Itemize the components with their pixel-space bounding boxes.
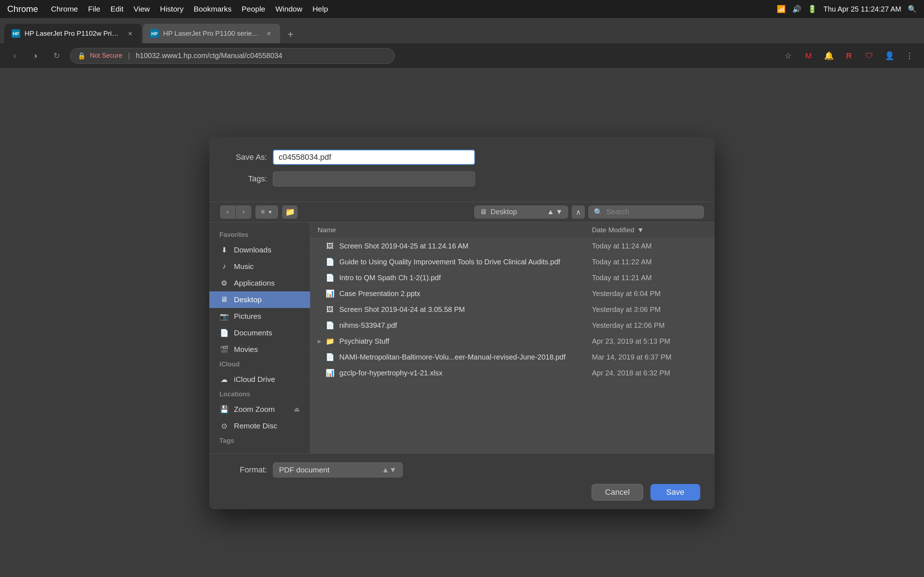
- tags-field: Tags:: [224, 171, 700, 187]
- search-box[interactable]: 🔍 Search: [588, 206, 704, 219]
- tab-1[interactable]: HP HP LaserJet Pro P1102w Print... ✕: [4, 24, 142, 43]
- menubar-edit[interactable]: Edit: [110, 5, 123, 13]
- sidebar-item-movies[interactable]: 🎬 Movies: [209, 341, 310, 358]
- music-icon: ♪: [220, 262, 229, 271]
- file-list-container: Name Date Modified ▼ 🖼 Screen Shot 2019-…: [310, 222, 715, 453]
- applications-icon: ⚙: [220, 279, 229, 288]
- file-row[interactable]: 📄 Intro to QM Spath Ch 1-2(1).pdf Today …: [310, 270, 715, 286]
- sidebar-item-pictures[interactable]: 📷 Pictures: [209, 308, 310, 324]
- remote-disc-icon: ⊙: [220, 421, 229, 430]
- menubar-help[interactable]: Help: [313, 5, 328, 13]
- file-name: nihms-533947.pdf: [339, 321, 397, 330]
- column-name[interactable]: Name: [318, 226, 592, 234]
- file-icon: 📊: [325, 368, 335, 378]
- view-chevron: ▼: [268, 209, 273, 215]
- file-row[interactable]: 📄 NAMI-Metropolitan-Baltimore-Volu...eer…: [310, 350, 715, 365]
- file-date: Today at 11:21 AM: [592, 274, 708, 282]
- extension-3[interactable]: 🛡: [862, 49, 876, 63]
- profile-button[interactable]: 👤: [882, 49, 897, 63]
- sidebar-item-zoom-zoom[interactable]: 💾 Zoom Zoom ⏏: [209, 401, 310, 417]
- nav-group: ‹ ›: [220, 206, 251, 219]
- tags-input[interactable]: [273, 171, 475, 187]
- file-row-folder[interactable]: ▶ 📁 Psychiatry Stuff Apr 23, 2019 at 5:1…: [310, 334, 715, 350]
- toolbar-right: ☆ M 🔔 R 🛡 👤 ⋮: [781, 49, 917, 63]
- sidebar-section-icloud: iCloud: [209, 358, 310, 371]
- sidebar-item-music[interactable]: ♪ Music: [209, 258, 310, 275]
- back-button[interactable]: ‹: [7, 48, 23, 63]
- file-name: Case Presentation 2.pptx: [339, 290, 420, 298]
- nav-back-button[interactable]: ‹: [220, 206, 235, 219]
- tab-1-close[interactable]: ✕: [126, 29, 134, 38]
- tab-2-close[interactable]: ✕: [264, 29, 273, 38]
- file-row[interactable]: 📊 gzclp-for-hypertrophy-v1-21.xlsx Apr 2…: [310, 365, 715, 381]
- save-as-label: Save As:: [224, 153, 267, 162]
- file-row[interactable]: 🖼 Screen Shot 2019-04-25 at 11.24.16 AM …: [310, 239, 715, 254]
- tab-bar: HP HP LaserJet Pro P1102w Print... ✕ HP …: [0, 18, 924, 43]
- menu-button[interactable]: ⋮: [902, 49, 917, 63]
- apple-menu[interactable]: Chrome: [7, 4, 38, 14]
- sidebar-section-tags: Tags: [209, 434, 310, 448]
- save-as-input[interactable]: [273, 150, 475, 165]
- sidebar-pictures-label: Pictures: [234, 312, 261, 321]
- dialog-toolbar: ‹ › ≡ ▼ 📁 🖥 Desktop ▲▼: [209, 201, 715, 222]
- new-tab-button[interactable]: +: [281, 25, 300, 43]
- navigate-up-button[interactable]: ∧: [572, 206, 585, 219]
- bookmark-button[interactable]: ☆: [781, 49, 795, 63]
- extension-1[interactable]: 🔔: [822, 49, 836, 63]
- file-row[interactable]: 📄 nihms-533947.pdf Yesterday at 12:06 PM: [310, 318, 715, 334]
- menubar-chrome[interactable]: Chrome: [51, 5, 78, 13]
- sidebar-item-downloads[interactable]: ⬇ Downloads: [209, 242, 310, 258]
- desktop-icon: 🖥: [220, 295, 229, 305]
- menubar-file[interactable]: File: [88, 5, 100, 13]
- address-bar: ‹ › ↻ 🔒 Not Secure | h10032.www1.hp.com/…: [0, 43, 924, 69]
- search-icon[interactable]: 🔍: [908, 5, 917, 13]
- tags-label: Tags:: [224, 174, 267, 184]
- menubar-history[interactable]: History: [160, 5, 183, 13]
- format-select[interactable]: PDF document ▲▼: [273, 462, 403, 477]
- security-label: Not Secure: [90, 52, 122, 60]
- forward-button[interactable]: ›: [28, 48, 43, 63]
- file-name: NAMI-Metropolitan-Baltimore-Volu...eer-M…: [339, 353, 565, 361]
- menubar-window[interactable]: Window: [275, 5, 302, 13]
- security-icon: 🔒: [78, 52, 86, 60]
- tab-2[interactable]: HP HP LaserJet Pro P1100 series C... ✕: [143, 24, 280, 43]
- menubar-right-icons: 📶 🔊 🔋 Thu Apr 25 11:24:27 AM 🔍: [777, 5, 917, 13]
- file-row[interactable]: 🖼 Screen Shot 2019-04-24 at 3.05.58 PM Y…: [310, 302, 715, 318]
- sidebar-item-remote-disc[interactable]: ⊙ Remote Disc: [209, 417, 310, 434]
- drive-icon: 💾: [220, 405, 229, 414]
- clock: Thu Apr 25 11:24:27 AM: [823, 5, 901, 13]
- extension-2[interactable]: R: [842, 49, 856, 63]
- cancel-button[interactable]: Cancel: [591, 484, 643, 501]
- save-button[interactable]: Save: [650, 484, 700, 501]
- column-date-modified[interactable]: Date Modified ▼: [592, 226, 708, 234]
- sidebar-item-icloud-drive[interactable]: ☁ iCloud Drive: [209, 371, 310, 388]
- file-date: Yesterday at 12:06 PM: [592, 321, 708, 330]
- menubar-view[interactable]: View: [134, 5, 150, 13]
- file-name-cell: 📁 Psychiatry Stuff: [325, 336, 592, 346]
- menubar-people[interactable]: People: [242, 5, 265, 13]
- gmail-extension[interactable]: M: [801, 49, 816, 63]
- file-row[interactable]: 📄 Guide to Using Quality Improvement Too…: [310, 254, 715, 270]
- format-row: Format: PDF document ▲▼: [224, 462, 700, 477]
- location-icon: 🖥: [480, 208, 487, 216]
- sidebar-item-documents[interactable]: 📄 Documents: [209, 324, 310, 341]
- sidebar-item-applications[interactable]: ⚙ Applications: [209, 275, 310, 292]
- nav-forward-button[interactable]: ›: [236, 206, 251, 219]
- chrome-window: HP HP LaserJet Pro P1102w Print... ✕ HP …: [0, 18, 924, 577]
- location-dropdown[interactable]: 🖥 Desktop ▲▼: [474, 206, 568, 219]
- file-row[interactable]: 📊 Case Presentation 2.pptx Yesterday at …: [310, 286, 715, 302]
- file-name: Psychiatry Stuff: [339, 337, 389, 345]
- eject-icon[interactable]: ⏏: [294, 405, 300, 413]
- new-folder-button[interactable]: 📁: [282, 206, 297, 219]
- file-name-cell: 📊 Case Presentation 2.pptx: [325, 288, 592, 298]
- sidebar-item-desktop[interactable]: 🖥 Desktop: [209, 292, 310, 308]
- address-input[interactable]: 🔒 Not Secure | h10032.www1.hp.com/ctg/Ma…: [70, 48, 395, 64]
- refresh-button[interactable]: ↻: [49, 48, 64, 63]
- folder-icon: 📁: [325, 336, 335, 346]
- view-options-button[interactable]: ≡ ▼: [255, 206, 278, 219]
- tab-2-favicon: HP: [150, 29, 159, 38]
- view-icon: ≡: [261, 208, 265, 216]
- file-icon: 📄: [325, 257, 335, 267]
- tab-1-favicon: HP: [11, 29, 20, 38]
- menubar-bookmarks[interactable]: Bookmarks: [194, 5, 232, 13]
